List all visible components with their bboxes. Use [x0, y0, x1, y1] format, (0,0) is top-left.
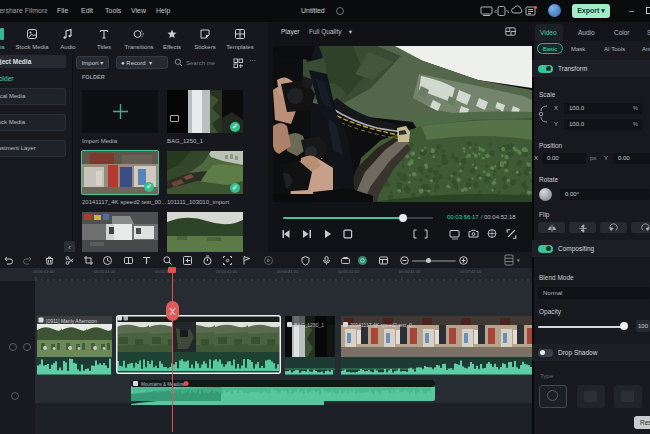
svg-text:20141117 4K speed2 test_0...: 20141117 4K speed2 test_0...	[350, 322, 416, 328]
svg-text:[0911] Manly Afternoon: [0911] Manly Afternoon	[46, 318, 97, 324]
svg-text:Mountains & Meadows: Mountains & Meadows	[141, 382, 187, 387]
svg-text:BAG_1250_1: BAG_1250_1	[294, 322, 324, 328]
